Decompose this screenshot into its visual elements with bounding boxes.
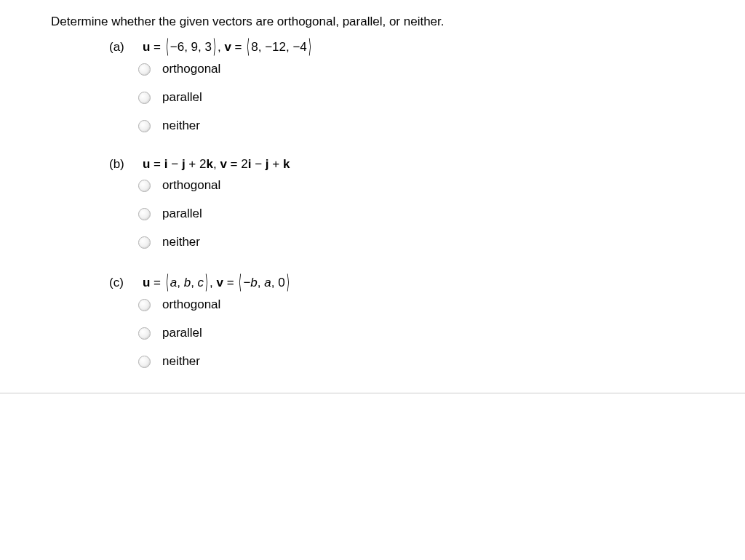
comma: ,	[177, 276, 183, 289]
option-a-neither[interactable]: neither	[138, 116, 694, 135]
comma: ,	[191, 276, 197, 289]
option-a-orthogonal[interactable]: orthogonal	[138, 60, 694, 79]
bracket-close: ⟩	[213, 35, 216, 58]
bracket-close: ⟩	[205, 271, 208, 294]
radio-icon[interactable]	[138, 180, 151, 192]
vector-v: v	[224, 40, 231, 54]
q-c-equation: u = ⟨a, b, c⟩, v = ⟨−b, a, 0⟩	[143, 273, 291, 291]
option-label: parallel	[162, 90, 202, 105]
q-a-equation: u = ⟨−6, 9, 3⟩, v = ⟨8, −12, −4⟩	[143, 38, 313, 55]
bracket-open: ⟨	[247, 35, 250, 58]
unit-k: k	[283, 157, 290, 171]
option-c-orthogonal[interactable]: orthogonal	[138, 295, 694, 314]
var-a: a	[170, 276, 177, 289]
u-vals: −6, 9, 3	[170, 40, 212, 54]
eq-sign: =	[150, 40, 164, 54]
comma0: , 0	[271, 276, 285, 289]
plus: +	[269, 157, 283, 171]
option-b-parallel[interactable]: parallel	[138, 204, 694, 223]
sep: ,	[218, 40, 224, 54]
eq2: = 2	[227, 157, 248, 171]
var-b: b	[184, 276, 191, 289]
eq-sign: =	[231, 40, 245, 54]
q-b-equation: u = i − j + 2k, v = 2i − j + k	[143, 157, 290, 172]
vector-u: u	[143, 157, 150, 171]
option-label: neither	[162, 119, 200, 133]
question-a: (a) u = ⟨−6, 9, 3⟩, v = ⟨8, −12, −4⟩ ort…	[109, 38, 694, 135]
question-b-line: (b) u = i − j + 2k, v = 2i − j + k	[109, 157, 694, 172]
radio-icon[interactable]	[138, 236, 151, 249]
question-prompt: Determine whether the given vectors are …	[51, 15, 694, 29]
vector-u: u	[143, 276, 150, 289]
q-a-label: (a)	[109, 40, 143, 55]
radio-icon[interactable]	[138, 120, 151, 132]
eq-sign: =	[223, 276, 237, 289]
vector-v: v	[217, 276, 223, 289]
sep: ,	[213, 157, 220, 171]
var-a: a	[264, 276, 271, 289]
radio-icon[interactable]	[138, 63, 151, 76]
option-a-parallel[interactable]: parallel	[138, 88, 694, 107]
option-label: orthogonal	[162, 178, 220, 193]
option-c-neither[interactable]: neither	[138, 352, 694, 371]
eq-sign: =	[150, 276, 164, 289]
options-b: orthogonal parallel neither	[138, 176, 694, 252]
bracket-open: ⟨	[239, 271, 242, 294]
comma: ,	[258, 276, 264, 289]
option-label: orthogonal	[162, 62, 220, 76]
minus: −	[251, 157, 265, 171]
divider	[0, 393, 745, 393]
q-b-label: (b)	[109, 157, 143, 172]
question-a-line: (a) u = ⟨−6, 9, 3⟩, v = ⟨8, −12, −4⟩	[109, 38, 694, 55]
option-label: neither	[162, 354, 200, 369]
v-vals: 8, −12, −4	[251, 40, 307, 54]
var-b: b	[250, 276, 257, 289]
sep: ,	[210, 276, 216, 289]
option-label: neither	[162, 235, 200, 249]
option-c-parallel[interactable]: parallel	[138, 324, 694, 343]
radio-icon[interactable]	[138, 92, 151, 104]
radio-icon[interactable]	[138, 356, 151, 368]
question-b: (b) u = i − j + 2k, v = 2i − j + k ortho…	[109, 157, 694, 252]
neg: −	[243, 276, 250, 289]
radio-icon[interactable]	[138, 299, 151, 311]
radio-icon[interactable]	[138, 208, 151, 220]
options-a: orthogonal parallel neither	[138, 60, 694, 135]
question-c: (c) u = ⟨a, b, c⟩, v = ⟨−b, a, 0⟩ orthog…	[109, 273, 694, 371]
option-label: parallel	[162, 326, 202, 340]
bracket-close: ⟩	[287, 271, 290, 294]
bracket-open: ⟨	[166, 271, 169, 294]
vector-u: u	[143, 40, 150, 54]
option-b-orthogonal[interactable]: orthogonal	[138, 176, 694, 195]
plus2: + 2	[186, 157, 207, 171]
question-c-line: (c) u = ⟨a, b, c⟩, v = ⟨−b, a, 0⟩	[109, 273, 694, 291]
bracket-close: ⟩	[308, 35, 311, 58]
eq-sign: =	[150, 157, 164, 171]
var-c: c	[198, 276, 204, 289]
q-c-label: (c)	[109, 276, 143, 290]
vector-v: v	[220, 157, 226, 171]
minus: −	[168, 157, 182, 171]
option-b-neither[interactable]: neither	[138, 233, 694, 252]
unit-k: k	[206, 157, 212, 171]
option-label: parallel	[162, 207, 202, 221]
options-c: orthogonal parallel neither	[138, 295, 694, 371]
bracket-open: ⟨	[166, 35, 169, 58]
radio-icon[interactable]	[138, 327, 151, 340]
option-label: orthogonal	[162, 297, 220, 312]
